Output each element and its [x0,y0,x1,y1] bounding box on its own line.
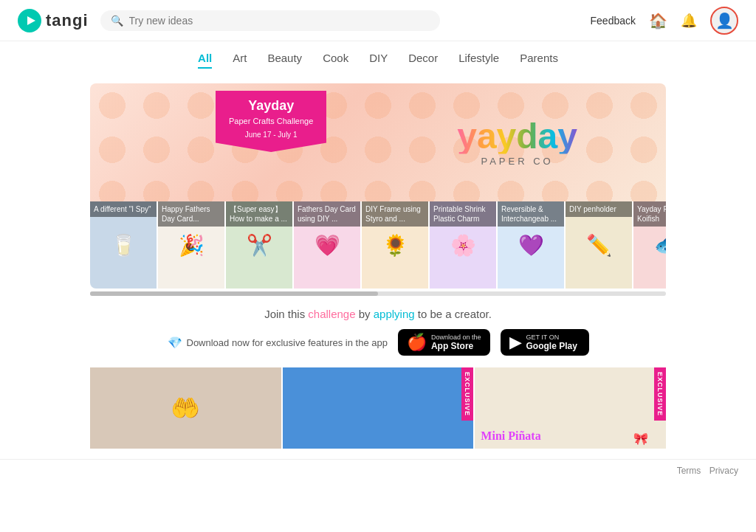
content-grid: 🤲 exclusive exclusive Mini Piñata 🎀 [90,367,666,456]
thumbnail-4[interactable]: Fathers Day Card using DIY ... 💗 [294,201,360,289]
yayday-logo-sub: PAPER CO [457,156,577,167]
challenge-badge: Yayday Paper Crafts Challenge June 17 - … [216,91,326,152]
thumbnails-row: A different "I Spy" 🥛 Happy Fathers Day … [90,201,666,289]
app-download-label: Download now for exclusive features in t… [187,337,388,348]
appstore-badge-text: Download on the App Store [431,334,481,351]
nav-item-parents[interactable]: Parents [520,52,558,69]
thumbnail-2[interactable]: Happy Fathers Day Card... 🎉 [158,201,224,289]
profile-avatar[interactable]: 👤 [710,7,738,35]
yayday-logo-text: yayday [457,119,577,154]
nav-item-diy[interactable]: DIY [369,52,388,69]
logo-text: tangi [46,11,89,30]
yayday-logo: yayday PAPER CO [457,119,577,167]
thumb-label-7: Reversible & Interchangeab ... [498,201,564,227]
content-card-3[interactable]: exclusive Mini Piñata 🎀 [475,367,666,449]
nav-item-cook[interactable]: Cook [323,52,348,69]
thumb-label-5: DIY Frame using Styro and ... [362,201,428,227]
main-nav: All Art Beauty Cook DIY Decor Lifestyle … [0,41,756,76]
thumbnail-3[interactable]: 【Super easy】How to make a ... ✂️ [226,201,292,289]
thumb-label-2: Happy Fathers Day Card... [158,201,224,227]
thumbnail-7[interactable]: Reversible & Interchangeab ... 💜 [498,201,564,289]
tangi-logo-icon [18,9,41,32]
googleplay-badge-text: GET IT ON Google Play [526,334,577,351]
bell-icon[interactable]: 🔔 [681,13,697,29]
header: tangi 🔍 Feedback 🏠 🔔 👤 [0,0,756,41]
home-icon[interactable]: 🏠 [649,12,667,30]
thumb-label-6: Printable Shrink Plastic Charm [430,201,496,227]
googleplay-sub: GET IT ON [526,334,577,341]
nav-item-decor[interactable]: Decor [408,52,438,69]
nav-item-lifestyle[interactable]: Lifestyle [458,52,499,69]
search-icon: 🔍 [111,15,123,27]
content-card-1[interactable]: 🤲 [90,367,281,449]
challenge-badge-title: Yayday [229,98,313,114]
cta-text: Join this challenge by applying to be a … [90,308,666,320]
banner-dots-decoration [90,83,666,201]
content-card-2[interactable]: exclusive [283,367,474,449]
search-input[interactable] [129,15,430,27]
nav-item-art[interactable]: Art [233,52,247,69]
apple-icon: 🍎 [407,333,427,352]
feedback-link[interactable]: Feedback [591,15,636,27]
cta-before: Join this [264,308,308,320]
app-download-section: 💎 Download now for exclusive features in… [90,329,666,356]
challenge-section: Yayday Paper Crafts Challenge June 17 - … [90,83,666,296]
thumb-label-3: 【Super easy】How to make a ... [226,201,292,227]
appstore-name: App Store [431,341,481,351]
scroll-thumb [90,291,378,296]
thumb-label-8: DIY penholder [566,201,632,217]
thumbnail-6[interactable]: Printable Shrink Plastic Charm 🌸 [430,201,496,289]
exclusive-badge-2: exclusive [461,367,473,421]
nav-item-beauty[interactable]: Beauty [267,52,302,69]
ribbon-decoration: 🎀 [633,432,648,446]
logo[interactable]: tangi [18,9,89,32]
appstore-badge[interactable]: 🍎 Download on the App Store [398,329,490,356]
googleplay-name: Google Play [526,341,577,351]
app-download-text: 💎 Download now for exclusive features in… [168,336,388,350]
thumbnail-8[interactable]: DIY penholder ✏️ [566,201,632,289]
challenge-banner[interactable]: Yayday Paper Crafts Challenge June 17 - … [90,83,666,201]
footer: Terms Privacy [0,459,756,482]
thumb-label-4: Fathers Day Card using DIY ... [294,201,360,227]
thumb-label-9: Yayday Pa... Koifish [633,201,666,227]
card-title-3: Mini Piñata [481,429,540,443]
googleplay-badge[interactable]: ▶ GET IT ON Google Play [501,329,589,356]
thumb-label-1: A different "I Spy" [90,201,157,217]
cta-applying-link[interactable]: applying [374,308,415,320]
exclusive-badge-3: exclusive [654,367,666,421]
scroll-track [90,291,666,296]
challenge-badge-date: June 17 - July 1 [229,131,313,139]
challenge-badge-subtitle: Paper Crafts Challenge [229,116,313,126]
search-bar: 🔍 [100,10,440,31]
cta-mid: by [359,308,374,320]
thumbnail-1[interactable]: A different "I Spy" 🥛 [90,201,157,289]
appstore-sub: Download on the [431,334,481,341]
diamond-icon: 💎 [168,336,182,350]
thumbnail-5[interactable]: DIY Frame using Styro and ... 🌻 [362,201,428,289]
user-icon: 👤 [715,12,734,30]
card-img-1: 🤲 [90,367,281,449]
footer-privacy-link[interactable]: Privacy [709,466,738,476]
cta-after: to be a creator. [418,308,492,320]
thumbnail-9[interactable]: Yayday Pa... Koifish 🐟 [633,201,666,289]
header-right: Feedback 🏠 🔔 👤 [591,7,738,35]
nav-item-all[interactable]: All [198,52,212,69]
google-play-icon: ▶ [509,333,522,352]
cta-challenge-link[interactable]: challenge [308,308,355,320]
footer-terms-link[interactable]: Terms [677,466,701,476]
